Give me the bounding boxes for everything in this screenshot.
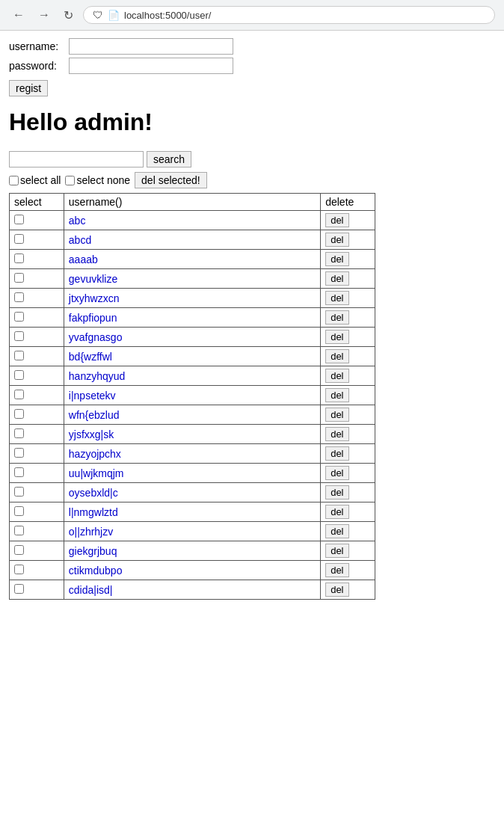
table-row: oysebxld|cdel [10,483,375,502]
row-checkbox[interactable] [14,292,24,302]
del-button[interactable]: del [325,349,348,363]
del-button[interactable]: del [325,427,348,441]
user-link[interactable]: abcd [69,234,91,246]
row-delete-cell: del [321,580,375,600]
del-button[interactable]: del [325,271,348,286]
select-none-checkbox[interactable] [65,176,75,185]
del-button[interactable]: del [325,544,348,558]
del-button[interactable]: del [325,505,348,519]
row-select-cell [10,444,64,464]
user-link[interactable]: oysebxld|c [69,487,118,499]
del-button[interactable]: del [325,466,348,480]
row-select-cell [10,405,64,425]
password-row: password: [9,58,495,74]
row-delete-cell: del [321,386,375,405]
user-link[interactable]: abc [69,215,86,227]
user-link[interactable]: cdida|isd| [69,584,113,596]
row-checkbox[interactable] [14,331,24,341]
row-checkbox[interactable] [14,428,24,438]
del-button[interactable]: del [325,252,348,266]
row-delete-cell: del [321,230,375,250]
del-button[interactable]: del [325,563,348,577]
row-username-cell: yjsfxxg|sk [64,425,320,444]
select-none-label[interactable]: select none [65,174,130,186]
table-row: gevuvklizedel [10,269,375,289]
forward-button[interactable]: → [34,7,54,23]
user-link[interactable]: uu|wjkmqjm [69,467,124,479]
row-username-cell: cdida|isd| [64,580,320,600]
del-button[interactable]: del [325,291,348,305]
search-button[interactable]: search [147,151,191,167]
row-username-cell: oysebxld|c [64,483,320,502]
del-selected-button[interactable]: del selected! [135,172,207,188]
password-input[interactable] [69,58,233,74]
username-input[interactable] [69,38,233,55]
row-checkbox[interactable] [14,526,24,535]
page-icon: 📄 [108,10,120,21]
row-select-cell [10,502,64,522]
del-button[interactable]: del [325,330,348,344]
row-delete-cell: del [321,464,375,483]
del-button[interactable]: del [325,485,348,500]
user-link[interactable]: ctikmdubpo [69,565,123,577]
row-username-cell: hanzyhqyud [64,366,320,386]
row-checkbox[interactable] [14,467,24,477]
row-checkbox[interactable] [14,351,24,360]
row-delete-cell: del [321,522,375,541]
row-checkbox[interactable] [14,312,24,322]
row-checkbox[interactable] [14,487,24,497]
del-button[interactable]: del [325,310,348,325]
del-button[interactable]: del [325,233,348,247]
row-checkbox[interactable] [14,234,24,244]
table-row: hazyojpchxdel [10,444,375,464]
del-button[interactable]: del [325,524,348,538]
search-input[interactable] [9,151,144,167]
back-button[interactable]: ← [9,7,28,23]
del-button[interactable]: del [325,213,348,227]
user-link[interactable]: giekgrjbuq [69,545,117,557]
del-button[interactable]: del [325,583,348,597]
table-row: hanzyhqyuddel [10,366,375,386]
row-delete-cell: del [321,308,375,328]
user-link[interactable]: l|nmgwlztd [69,506,118,518]
row-select-cell [10,580,64,600]
del-button[interactable]: del [325,388,348,402]
password-label: password: [9,60,69,72]
user-link[interactable]: jtxyhwzxcn [69,292,120,304]
user-link[interactable]: fakpfiopun [69,312,117,324]
table-row: fakpfiopundel [10,308,375,328]
select-all-checkbox[interactable] [9,176,19,185]
row-checkbox[interactable] [14,253,24,263]
row-delete-cell: del [321,561,375,580]
user-link[interactable]: yvafgnasgo [69,331,123,343]
row-checkbox[interactable] [14,565,24,574]
row-checkbox[interactable] [14,584,24,594]
row-select-cell [10,250,64,269]
row-checkbox[interactable] [14,370,24,380]
row-checkbox[interactable] [14,506,24,516]
user-link[interactable]: aaaab [69,253,98,265]
row-username-cell: hazyojpchx [64,444,320,464]
user-link[interactable]: hazyojpchx [69,448,121,460]
row-checkbox[interactable] [14,545,24,555]
table-row: o||zhrhjzvdel [10,522,375,541]
user-link[interactable]: bd{wzffwl [69,351,112,363]
user-link[interactable]: hanzyhqyud [69,370,126,382]
refresh-button[interactable]: ↻ [60,7,77,24]
del-button[interactable]: del [325,408,348,422]
regist-button[interactable]: regist [9,80,48,96]
user-link[interactable]: wfn{ebzlud [69,409,120,421]
del-button[interactable]: del [325,446,348,461]
user-link[interactable]: yjsfxxg|sk [69,428,114,440]
del-button[interactable]: del [325,369,348,383]
row-checkbox[interactable] [14,448,24,458]
user-link[interactable]: gevuvklize [69,273,117,285]
row-checkbox[interactable] [14,215,24,224]
row-checkbox[interactable] [14,390,24,399]
user-link[interactable]: o||zhrhjzv [69,526,113,538]
user-link[interactable]: i|npsetekv [69,390,116,402]
row-checkbox[interactable] [14,273,24,283]
select-all-label[interactable]: select all [9,174,61,186]
row-username-cell: bd{wzffwl [64,347,320,366]
row-checkbox[interactable] [14,409,24,419]
